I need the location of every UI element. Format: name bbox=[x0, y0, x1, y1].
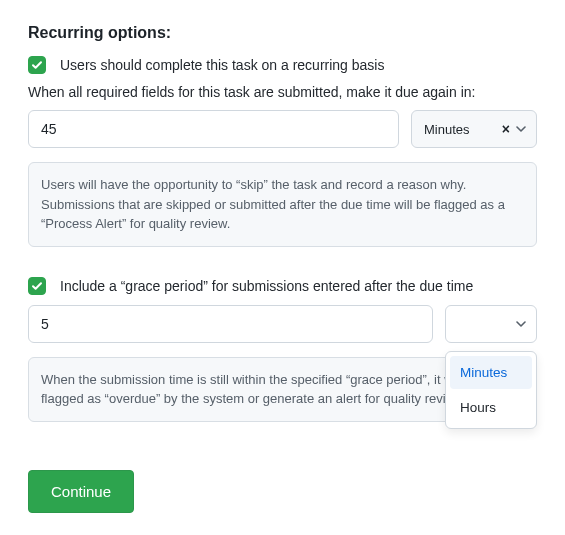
recurring-field-label: When all required fields for this task a… bbox=[28, 84, 537, 100]
dropdown-option-minutes[interactable]: Minutes bbox=[450, 356, 532, 389]
grace-checkbox[interactable] bbox=[28, 277, 46, 295]
recurring-checkbox-row: Users should complete this task on a rec… bbox=[28, 56, 537, 74]
grace-unit-select[interactable] bbox=[445, 305, 537, 343]
grace-checkbox-row: Include a “grace period” for submissions… bbox=[28, 277, 537, 295]
clear-icon[interactable]: × bbox=[502, 121, 510, 137]
recurring-unit-selected: Minutes bbox=[424, 122, 496, 137]
recurring-input-row: Minutes × bbox=[28, 110, 537, 148]
grace-value-input[interactable] bbox=[28, 305, 433, 343]
grace-unit-dropdown: Minutes Hours bbox=[445, 351, 537, 429]
recurring-note: Users will have the opportunity to “skip… bbox=[28, 162, 537, 247]
grace-input-row: Minutes Hours bbox=[28, 305, 537, 343]
recurring-checkbox-label: Users should complete this task on a rec… bbox=[60, 57, 384, 73]
chevron-down-icon bbox=[516, 319, 526, 329]
recurring-unit-select[interactable]: Minutes × bbox=[411, 110, 537, 148]
checkmark-icon bbox=[31, 280, 43, 292]
recurring-checkbox[interactable] bbox=[28, 56, 46, 74]
grace-checkbox-label: Include a “grace period” for submissions… bbox=[60, 278, 473, 294]
checkmark-icon bbox=[31, 59, 43, 71]
section-title: Recurring options: bbox=[28, 24, 537, 42]
recurring-value-input[interactable] bbox=[28, 110, 399, 148]
continue-button[interactable]: Continue bbox=[28, 470, 134, 513]
chevron-down-icon bbox=[516, 124, 526, 134]
dropdown-option-hours[interactable]: Hours bbox=[450, 391, 532, 424]
